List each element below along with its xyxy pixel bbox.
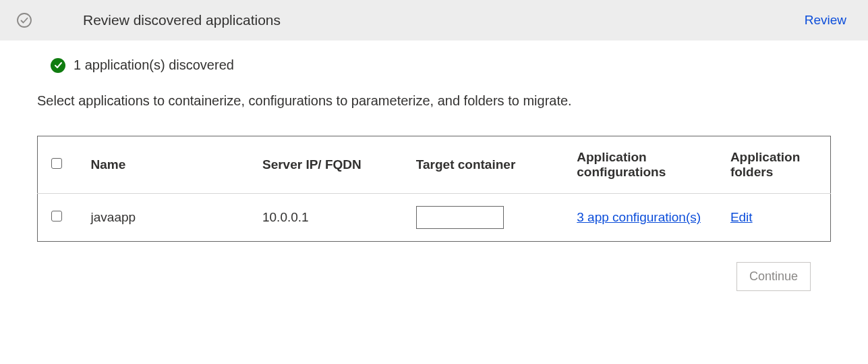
app-configurations-link[interactable]: 3 app configuration(s) <box>577 210 701 224</box>
col-header-name: Name <box>82 136 242 194</box>
col-header-server: Server IP/ FQDN <box>242 136 407 194</box>
applications-table: Name Server IP/ FQDN Target container Ap… <box>37 136 831 242</box>
checkmark-circle-icon <box>16 12 32 28</box>
instruction-text: Select applications to containerize, con… <box>37 93 831 109</box>
row-checkbox[interactable] <box>51 211 62 222</box>
discovery-status: 1 application(s) discovered <box>37 57 831 73</box>
discovery-count-text: 1 application(s) discovered <box>74 57 234 73</box>
content-area: 1 application(s) discovered Select appli… <box>0 41 868 325</box>
col-header-folders: Application folders <box>721 136 831 194</box>
col-header-config: Application configurations <box>567 136 721 194</box>
section-title: Review discovered applications <box>83 12 281 28</box>
select-all-checkbox[interactable] <box>51 158 62 169</box>
svg-point-0 <box>18 14 31 27</box>
col-header-target: Target container <box>407 136 567 194</box>
edit-folders-link[interactable]: Edit <box>730 210 753 224</box>
section-header: Review discovered applications Review <box>0 0 868 41</box>
table-row: javaapp 10.0.0.1 3 app configuration(s) … <box>38 194 831 242</box>
table-header-row: Name Server IP/ FQDN Target container Ap… <box>38 136 831 194</box>
continue-button[interactable]: Continue <box>736 262 811 291</box>
target-container-input[interactable] <box>416 206 504 229</box>
footer-actions: Continue <box>37 242 831 305</box>
success-check-icon <box>51 58 65 73</box>
cell-app-name: javaapp <box>82 194 242 242</box>
review-link[interactable]: Review <box>805 13 846 28</box>
cell-server-ip: 10.0.0.1 <box>242 194 407 242</box>
